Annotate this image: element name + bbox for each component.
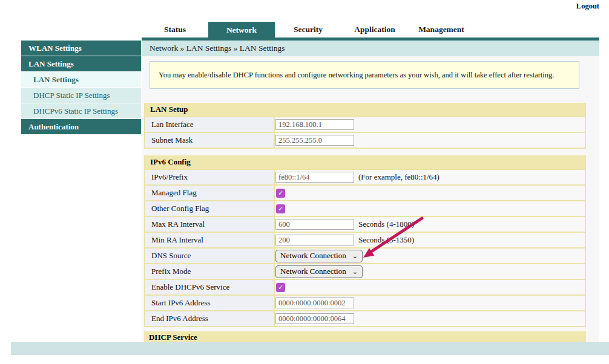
ipv6-prefix-input[interactable] [275,172,354,183]
field-value-cell: Network Connection ⌄ [275,249,585,263]
field-note: (For example, fe80::1/64) [358,172,439,182]
tab-security[interactable]: Security [275,22,341,37]
field-value-cell: Seconds (3-1350) [275,233,585,247]
field-label: Lan Interface [145,117,275,132]
field-note: Seconds (3-1350) [358,235,414,245]
table-row: Other Config Flag ✓ [145,200,585,216]
ipv6-config-section: IPv6 Config IPv6/Prefix (For example, fe… [144,155,586,327]
tab-status[interactable]: Status [142,22,208,37]
field-label: Subnet Mask [145,133,275,148]
table-row: Subnet Mask [145,132,585,148]
main-tabbar: Status Network Security Application Mana… [142,22,599,37]
lan-setup-title: LAN Setup [145,103,585,116]
tab-management[interactable]: Management [408,22,475,37]
table-row: Prefix Mode Network Connection ⌄ [145,263,585,279]
start-ipv6-address-input[interactable] [275,297,354,308]
field-label: End IPv6 Address [145,311,275,326]
field-value-cell: ✓ [275,280,585,294]
sidebar-item-wlan-settings[interactable]: WLAN Settings [21,41,141,56]
table-row: Enable DHCPv6 Service ✓ [145,279,585,294]
field-value-cell: ✓ [275,201,585,216]
logout-link[interactable]: Logout [576,2,599,11]
chevron-down-icon: ⌄ [352,268,358,276]
footer-band [11,342,609,355]
field-label: Enable DHCPv6 Service [145,280,275,294]
field-value-cell: (For example, fe80::1/64) [275,170,585,184]
field-value-cell [275,117,585,132]
chevron-down-icon: ⌄ [352,252,358,260]
field-label: Prefix Mode [145,264,275,279]
field-label: DNS Source [145,249,275,263]
field-label: Start IPv6 Address [145,296,275,310]
lan-setup-section: LAN Setup Lan Interface Subnet Mask [144,103,586,149]
dns-source-select[interactable]: Network Connection ⌄ [275,250,363,262]
breadcrumb: Network » LAN Settings » LAN Settings [142,41,599,56]
field-value-cell: Seconds (4-1800) [275,217,585,232]
field-note: Seconds (4-1800) [358,219,414,229]
ipv6-config-title: IPv6 Config [145,155,585,169]
min-ra-interval-input[interactable] [275,235,354,245]
enable-dhcpv6-checkbox[interactable]: ✓ [276,283,285,292]
prefix-mode-selected-value: Network Connection [280,267,346,276]
field-label: Max RA Interval [145,217,275,232]
field-value-cell [275,311,585,326]
table-row: Min RA Interval Seconds (3-1350) [145,232,585,247]
router-admin-page: Logout Status Network Security Applicati… [0,0,609,364]
notice-text: You may enable/disable DHCP functions an… [159,71,554,80]
sidebar: WLAN Settings LAN Settings LAN Settings … [21,41,141,135]
tab-application[interactable]: Application [341,22,408,37]
field-value-cell: ✓ [275,186,585,200]
sidebar-item-lan-settings-group[interactable]: LAN Settings [21,56,141,71]
end-ipv6-address-input[interactable] [275,313,354,324]
notice-box: You may enable/disable DHCP functions an… [150,61,579,89]
sidebar-item-authentication[interactable]: Authentication [21,119,141,134]
sidebar-item-dhcp-static-ip[interactable]: DHCP Static IP Settings [21,88,141,103]
table-row: IPv6/Prefix (For example, fe80::1/64) [145,169,585,184]
field-label: Min RA Interval [145,233,275,247]
table-row: Start IPv6 Address [145,294,585,310]
max-ra-interval-input[interactable] [275,219,354,230]
other-config-flag-checkbox[interactable]: ✓ [276,204,285,213]
field-label: IPv6/Prefix [145,170,275,184]
field-label: Other Config Flag [145,201,275,216]
field-value-cell [275,296,585,310]
field-value-cell [275,133,585,148]
table-row: Managed Flag ✓ [145,184,585,200]
table-row: End IPv6 Address [145,310,585,326]
field-value-cell: Network Connection ⌄ [275,264,585,279]
table-row: Max RA Interval Seconds (4-1800) [145,216,585,232]
subnet-mask-input[interactable] [275,135,354,146]
sidebar-item-dhcpv6-static-ip[interactable]: DHCPv6 Static IP Settings [21,103,141,119]
prefix-mode-select[interactable]: Network Connection ⌄ [275,265,363,278]
dns-source-selected-value: Network Connection [280,251,346,261]
lan-interface-input[interactable] [275,119,354,130]
table-row: DNS Source Network Connection ⌄ [145,247,585,263]
field-label: Managed Flag [145,186,275,200]
managed-flag-checkbox[interactable]: ✓ [276,189,285,198]
sidebar-item-lan-settings[interactable]: LAN Settings [21,72,141,87]
table-row: Lan Interface [145,116,585,132]
